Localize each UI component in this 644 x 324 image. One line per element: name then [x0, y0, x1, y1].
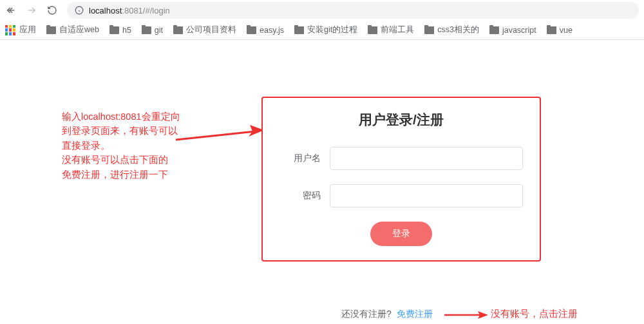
reload-icon	[47, 5, 57, 15]
bookmark-folder[interactable]: easy.js	[247, 26, 284, 35]
svg-line-5	[176, 131, 255, 140]
folder-icon	[547, 26, 556, 34]
bookmark-folder[interactable]: css3相关的	[424, 24, 479, 35]
bookmarks-bar: 应用 自适应web h5 git 公司项目资料 easy.js 安装git的过程…	[0, 21, 644, 40]
reload-button[interactable]	[46, 5, 58, 16]
folder-icon	[109, 26, 119, 34]
folder-icon	[294, 26, 304, 34]
bookmark-folder[interactable]: git	[142, 26, 163, 35]
password-input[interactable]	[330, 184, 523, 207]
arrow-right-icon	[26, 5, 37, 15]
annotation-arrow-icon	[174, 124, 264, 156]
annotation-right: 没有账号，点击注册	[491, 308, 578, 320]
folder-icon	[247, 26, 256, 34]
password-label: 密码	[279, 190, 330, 202]
apps-icon	[5, 25, 15, 35]
page-content: 输入localhost:8081会重定向 到登录页面来，有账号可以 直接登录。 …	[0, 40, 644, 324]
apps-button[interactable]: 应用	[5, 24, 36, 35]
bookmark-folder[interactable]: javascript	[489, 26, 536, 35]
folder-icon	[489, 26, 499, 34]
register-prompt: 还没有注册? 免费注册	[341, 309, 433, 320]
form-title: 用户登录/注册	[279, 111, 523, 129]
apps-label: 应用	[19, 24, 36, 35]
annotation-left: 输入localhost:8081会重定向 到登录页面来，有账号可以 直接登录。 …	[62, 110, 180, 182]
folder-icon	[46, 26, 56, 34]
url-text: localhost:8081/#/login	[89, 6, 170, 15]
folder-icon	[368, 26, 377, 34]
annotation-arrow-icon	[443, 309, 488, 321]
username-row: 用户名	[279, 147, 523, 170]
site-info-icon[interactable]	[75, 6, 84, 15]
login-form: 用户登录/注册 用户名 密码 登录	[261, 97, 541, 262]
browser-toolbar: localhost:8081/#/login	[0, 0, 644, 21]
bookmark-folder[interactable]: 公司项目资料	[173, 24, 236, 35]
bookmark-folder[interactable]: h5	[109, 26, 131, 35]
username-input[interactable]	[330, 147, 523, 170]
bookmark-folder[interactable]: 自适应web	[46, 24, 99, 35]
arrow-left-icon	[6, 5, 16, 15]
bookmark-folder[interactable]: 安装git的过程	[294, 24, 357, 35]
folder-icon	[424, 26, 434, 34]
username-label: 用户名	[279, 153, 330, 164]
folder-icon	[142, 26, 151, 34]
forward-button[interactable]	[26, 5, 37, 16]
folder-icon	[173, 26, 183, 34]
login-button[interactable]: 登录	[370, 222, 432, 246]
register-link[interactable]: 免费注册	[397, 309, 433, 319]
address-bar[interactable]: localhost:8081/#/login	[67, 2, 639, 19]
bookmark-folder[interactable]: vue	[547, 26, 573, 35]
back-button[interactable]	[5, 5, 17, 16]
bookmark-folder[interactable]: 前端工具	[368, 24, 414, 35]
password-row: 密码	[279, 184, 523, 207]
